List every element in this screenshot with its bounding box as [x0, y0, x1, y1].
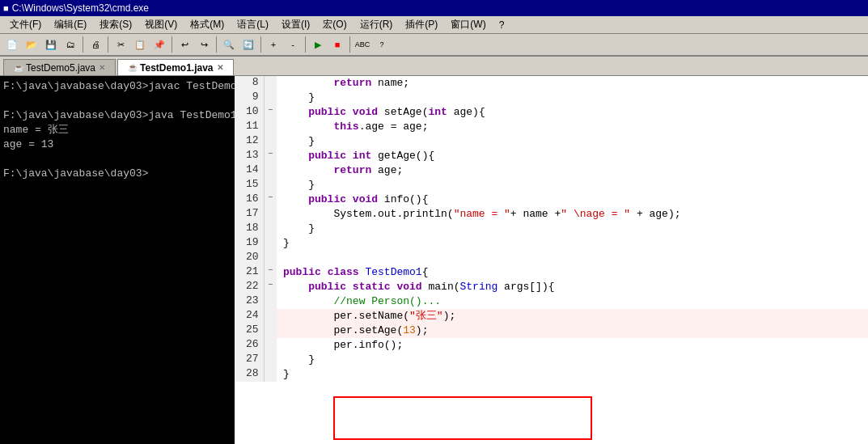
code-content: } [277, 236, 868, 251]
tab-label-2: TestDemo1.java [140, 62, 214, 74]
code-content: per.info(); [277, 338, 868, 353]
table-row: 18 } [235, 222, 868, 236]
cmd-panel[interactable]: F:\java\javabase\day03>javac TestDemo1.j… [0, 76, 235, 444]
menu-bar: 文件(F) 编辑(E) 搜索(S) 视图(V) 格式(M) 语言(L) 设置(I… [0, 16, 868, 34]
code-content: public void setAge(int age){ [277, 105, 868, 120]
toolbar-replace[interactable]: 🔄 [239, 36, 257, 53]
line-marker [264, 178, 277, 192]
menu-help[interactable]: ? [493, 18, 511, 32]
menu-settings[interactable]: 设置(I) [275, 16, 316, 33]
sep3 [171, 36, 172, 53]
line-number: 26 [235, 338, 264, 353]
toolbar-spellcheck[interactable]: ABC [354, 36, 371, 53]
toolbar-extra[interactable]: ? [373, 36, 391, 53]
cmd-line-4: name = 张三 [3, 123, 231, 137]
menu-search[interactable]: 搜索(S) [93, 16, 138, 33]
main-layout: F:\java\javabase\day03>javac TestDemo1.j… [0, 76, 868, 444]
line-number: 15 [235, 178, 264, 192]
menu-view[interactable]: 视图(V) [138, 16, 184, 33]
menu-window[interactable]: 窗口(W) [444, 16, 492, 33]
tab-testdemo5[interactable]: ☕ TestDemo5.java ✕ [3, 59, 116, 75]
code-content: } [277, 91, 868, 105]
toolbar-paste[interactable]: 📌 [150, 36, 168, 53]
line-marker [264, 134, 277, 149]
menu-macro[interactable]: 宏(O) [316, 16, 353, 33]
sep7 [349, 36, 350, 53]
toolbar-run[interactable]: ▶ [309, 36, 327, 53]
table-row: 25 per.setAge(13); [235, 323, 868, 338]
toolbar-redo[interactable]: ↪ [195, 36, 213, 53]
toolbar-save[interactable]: 💾 [42, 36, 60, 53]
toolbar-cut[interactable]: ✂ [112, 36, 129, 53]
menu-format[interactable]: 格式(M) [184, 16, 231, 33]
line-number: 24 [235, 309, 264, 323]
table-row: 15 } [235, 178, 868, 192]
collapse-icon[interactable]: − [268, 106, 273, 115]
code-content: public void info(){ [277, 192, 868, 207]
table-row: 23 //new Person()... [235, 294, 868, 309]
menu-edit[interactable]: 编辑(E) [48, 16, 93, 33]
table-row: 11 this.age = age; [235, 120, 868, 134]
cmd-line-1: F:\java\javabase\day03>javac TestDemo1.j… [3, 79, 231, 94]
tab-icon-1: ☕ [14, 63, 23, 72]
line-marker [264, 294, 277, 309]
code-area[interactable]: 8 return name; 9 } 10 − [235, 76, 868, 444]
menu-run[interactable]: 运行(R) [354, 16, 400, 33]
table-row: 16 − public void info(){ [235, 192, 868, 207]
table-row: 8 return name; [235, 76, 868, 91]
menu-plugins[interactable]: 插件(P) [399, 16, 444, 33]
line-number: 17 [235, 207, 264, 222]
code-content: this.age = age; [277, 120, 868, 134]
line-number: 14 [235, 163, 264, 178]
toolbar-save-all[interactable]: 🗂 [61, 36, 79, 53]
line-number: 10 [235, 105, 264, 120]
toolbar-new[interactable]: 📄 [3, 36, 21, 53]
toolbar-search[interactable]: 🔍 [220, 36, 238, 53]
toolbar-zoom-in[interactable]: + [265, 36, 282, 53]
tab-icon-2: ☕ [128, 63, 138, 72]
cmd-line-7: F:\java\javabase\day03> [3, 167, 231, 181]
toolbar-print[interactable]: 🖨 [87, 36, 104, 53]
collapse-icon[interactable]: − [268, 281, 273, 290]
sep1 [83, 36, 83, 53]
line-marker [264, 251, 277, 265]
line-marker [264, 222, 277, 236]
table-row: 9 } [235, 91, 868, 105]
line-number: 22 [235, 280, 264, 294]
toolbar-undo[interactable]: ↩ [176, 36, 193, 53]
table-row: 28 } [235, 367, 868, 382]
table-row: 14 return age; [235, 163, 868, 178]
line-marker: − [264, 105, 277, 120]
code-content: public class TestDemo1{ [277, 265, 868, 280]
collapse-icon[interactable]: − [268, 193, 273, 202]
tab-close-2[interactable]: ✕ [217, 63, 223, 72]
toolbar: 📄 📂 💾 🗂 🖨 ✂ 📋 📌 ↩ ↪ 🔍 🔄 + - ▶ ■ ABC ? [0, 34, 868, 57]
line-number: 16 [235, 192, 264, 207]
table-row: 24 per.setName("张三"); [235, 309, 868, 323]
code-content: return age; [277, 163, 868, 178]
collapse-icon[interactable]: − [268, 150, 273, 159]
line-number: 23 [235, 294, 264, 309]
menu-file[interactable]: 文件(F) [3, 16, 48, 33]
menu-language[interactable]: 语言(L) [231, 16, 275, 33]
line-marker [264, 236, 277, 251]
toolbar-stop[interactable]: ■ [328, 36, 346, 53]
line-number: 11 [235, 120, 264, 134]
line-number: 20 [235, 251, 264, 265]
table-row: 20 [235, 251, 868, 265]
code-content: } [277, 353, 868, 367]
toolbar-open[interactable]: 📂 [23, 36, 40, 53]
line-marker: − [264, 149, 277, 163]
tab-close-1[interactable]: ✕ [99, 63, 105, 72]
collapse-icon[interactable]: − [268, 266, 273, 275]
table-row: 13 − public int getAge(){ [235, 149, 868, 163]
line-number: 28 [235, 367, 264, 382]
line-marker: − [264, 280, 277, 294]
line-marker: − [264, 192, 277, 207]
cmd-line-3: F:\java\javabase\day03>java TestDemo1 [3, 108, 231, 123]
line-marker [264, 367, 277, 382]
table-row: 21 − public class TestDemo1{ [235, 265, 868, 280]
toolbar-copy[interactable]: 📋 [131, 36, 149, 53]
toolbar-zoom-out[interactable]: - [284, 36, 302, 53]
tab-testdemo1[interactable]: ☕ TestDemo1.java ✕ [117, 59, 234, 75]
